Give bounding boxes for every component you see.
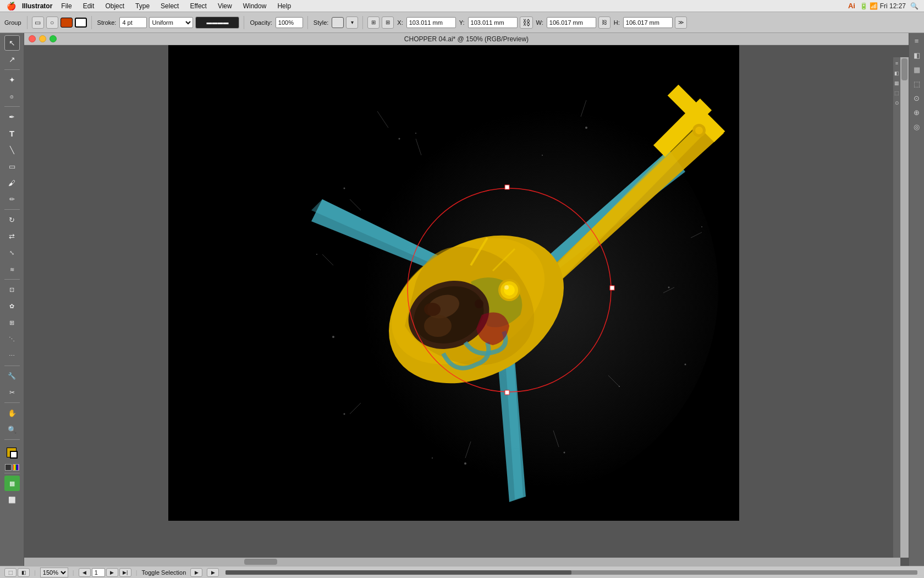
sb-separator-3: |	[136, 569, 138, 576]
tb-rect-mode[interactable]: ▭	[32, 17, 44, 29]
x-input[interactable]	[406, 17, 456, 28]
h-input[interactable]	[623, 17, 673, 28]
tool-type[interactable]: T	[4, 126, 20, 141]
tb-stroke-swatch[interactable]	[75, 18, 87, 28]
align-icon[interactable]: ⊞	[382, 17, 394, 29]
sb-view-mode[interactable]: ⬚	[4, 568, 16, 577]
sb-artboard-mode[interactable]: ◧	[18, 568, 30, 577]
menu-effect[interactable]: Effect	[185, 0, 211, 12]
tool-brush[interactable]: 🖌	[4, 175, 20, 190]
color-area	[3, 444, 21, 462]
prev-page[interactable]: ◀	[79, 568, 91, 577]
page-input[interactable]	[92, 568, 105, 577]
canvas-tab-1[interactable]: ≡	[895, 61, 898, 66]
stroke-width-input[interactable]	[119, 17, 147, 28]
rp-icon-2[interactable]: ◧	[911, 50, 922, 61]
tool-pencil[interactable]: ✏	[4, 192, 20, 207]
next-page[interactable]: ▶	[106, 568, 118, 577]
tool-line[interactable]: ╲	[4, 142, 20, 157]
apple-menu[interactable]: 🍎	[0, 2, 22, 10]
transform-icon[interactable]: ⊞	[367, 17, 380, 29]
progress-fill	[226, 570, 571, 575]
canvas-content[interactable]: ≡ ◧ ▦ ⬚ ⊙	[24, 45, 909, 566]
rp-icon-1[interactable]: ≡	[911, 35, 922, 46]
menu-select[interactable]: Select	[156, 0, 183, 12]
tb-ellipse-mode[interactable]: ○	[46, 17, 58, 29]
menu-edit[interactable]: Edit	[79, 0, 99, 12]
tool-screen-mode[interactable]: ⬜	[4, 492, 20, 508]
separator-4	[307, 16, 308, 29]
tool-blend[interactable]: ⋯	[4, 348, 20, 363]
spotlight-icon[interactable]: 🔍	[910, 2, 919, 10]
tool-direct-select[interactable]: ↗	[4, 52, 20, 67]
rp-icon-5[interactable]: ⊙	[911, 92, 922, 103]
ai-logo: Ai	[848, 2, 855, 10]
toggle-selection-btn2[interactable]: ▶	[207, 568, 219, 577]
zoom-select[interactable]: 150% 100% 200%	[40, 568, 68, 577]
rp-icon-4[interactable]: ⬚	[911, 78, 922, 89]
tb-fill-swatch[interactable]	[61, 18, 73, 28]
minimize-button[interactable]	[39, 35, 46, 42]
menu-object[interactable]: Object	[101, 0, 129, 12]
svg-point-22	[415, 133, 416, 134]
group-label: Group	[4, 19, 21, 26]
none-swatch[interactable]	[5, 464, 12, 471]
main-layout: ↖ ↗ ✦ ⌾ ✒ T ╲ ▭ 🖌 ✏ ↻ ⇄ ⤡ ≋ ⊡ ✿ ⊞ ⋱ ⋯ 🔧 …	[0, 33, 924, 566]
rp-icon-7[interactable]: ◎	[911, 121, 922, 132]
menu-type[interactable]: Type	[131, 0, 154, 12]
tb-stroke-color[interactable]: ▬▬▬▬	[195, 17, 239, 29]
more-options[interactable]: ≫	[675, 17, 687, 29]
tool-warp[interactable]: ≋	[4, 261, 20, 277]
canvas-tab-2[interactable]: ◧	[894, 70, 899, 76]
rp-icon-3[interactable]: ▦	[911, 64, 922, 75]
style-dropdown[interactable]: ▾	[346, 17, 358, 29]
tool-pen[interactable]: ✒	[4, 109, 20, 124]
tool-scale[interactable]: ⤡	[4, 245, 20, 260]
canvas-tab-4[interactable]: ⬚	[894, 90, 899, 96]
tool-sep-2	[4, 106, 20, 107]
menu-help[interactable]: Help	[273, 0, 295, 12]
stroke-swatch[interactable]	[10, 451, 18, 459]
tool-eyedropper[interactable]: 🔧	[4, 368, 20, 384]
tool-select[interactable]: ↖	[4, 35, 20, 51]
menu-items: File Edit Object Type Select Effect View…	[57, 0, 295, 12]
tool-free-transform[interactable]: ⊡	[4, 282, 20, 297]
stroke-type-select[interactable]: Uniform	[149, 17, 193, 28]
tool-sep-5	[4, 366, 20, 366]
hscroll-thumb[interactable]	[244, 559, 277, 565]
tool-graph[interactable]: ⊞	[4, 315, 20, 330]
opacity-input[interactable]	[276, 17, 303, 28]
tool-rotate[interactable]: ↻	[4, 212, 20, 227]
maximize-button[interactable]	[50, 35, 57, 42]
w-input[interactable]	[547, 17, 596, 28]
close-button[interactable]	[29, 35, 36, 42]
constrain-proportions[interactable]: ⛓	[520, 17, 533, 29]
tool-scissors[interactable]: ✂	[4, 385, 20, 400]
style-swatch[interactable]	[332, 17, 344, 28]
tool-hand[interactable]: ✋	[4, 405, 20, 421]
tool-draw-mode[interactable]: ▦	[4, 476, 20, 491]
gradient-swatch[interactable]	[13, 464, 19, 471]
link-wh[interactable]: ⛓	[598, 17, 610, 29]
tool-mesh[interactable]: ⋱	[4, 331, 20, 347]
tool-magic-wand[interactable]: ✦	[4, 72, 20, 88]
tool-lasso[interactable]: ⌾	[4, 89, 20, 104]
right-panel: ≡ ◧ ▦ ⬚ ⊙ ⊕ ◎	[909, 33, 924, 566]
last-page[interactable]: ▶|	[119, 568, 131, 577]
menu-window[interactable]: Window	[239, 0, 271, 12]
vscroll-thumb[interactable]	[901, 58, 908, 80]
svg-rect-55	[505, 185, 509, 189]
menu-view[interactable]: View	[213, 0, 237, 12]
horizontal-scrollbar[interactable]	[24, 558, 900, 566]
canvas-tab-3[interactable]: ▦	[894, 80, 899, 86]
canvas-tab-5[interactable]: ⊙	[895, 100, 899, 106]
tool-symbol[interactable]: ✿	[4, 298, 20, 314]
y-input[interactable]	[468, 17, 518, 28]
tool-rect[interactable]: ▭	[4, 159, 20, 174]
tool-reflect[interactable]: ⇄	[4, 228, 20, 244]
tool-zoom[interactable]: 🔍	[4, 422, 20, 437]
rp-icon-6[interactable]: ⊕	[911, 107, 922, 118]
vertical-scrollbar[interactable]	[900, 57, 909, 558]
toggle-selection-btn[interactable]: ▶	[190, 568, 202, 577]
menu-file[interactable]: File	[57, 0, 76, 12]
